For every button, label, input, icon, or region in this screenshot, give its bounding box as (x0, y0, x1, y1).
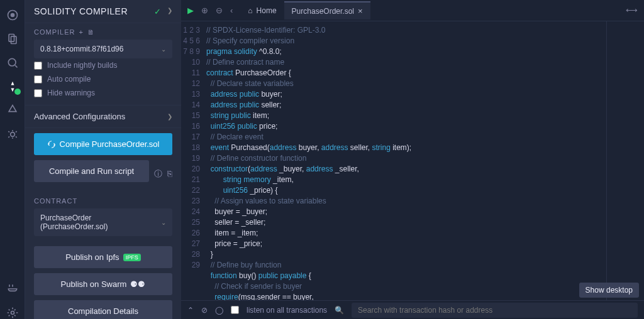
publish-ipfs-button[interactable]: Publish on Ipfs IPFS (34, 246, 172, 268)
compiler-select[interactable]: 0.8.18+commit.87f61d96⌄ (34, 40, 172, 58)
auto-compile-checkbox[interactable] (34, 75, 42, 84)
publish-swarm-button[interactable]: Publish on Swarm ⚈⚈ (34, 273, 172, 295)
search-icon[interactable]: 🔍 (335, 306, 344, 315)
tab-file[interactable]: PurchaseOrder.sol × (284, 1, 370, 19)
swarm-icon: ⚈⚈ (130, 279, 145, 289)
zoom-in-icon[interactable]: ⊕ (201, 6, 208, 15)
auto-compile-label: Auto compile (47, 75, 91, 84)
expand-icon[interactable]: ⌃ (187, 306, 194, 315)
code-area[interactable]: // SPDX-License-Identifier: GPL-3.0 // S… (206, 21, 606, 300)
listen-checkbox[interactable] (231, 306, 239, 314)
close-icon[interactable]: × (358, 6, 363, 16)
check-icon: ✓ (154, 7, 161, 16)
file-icon[interactable]: 🗎 (87, 28, 95, 36)
files-icon[interactable] (6, 33, 19, 45)
svg-point-5 (10, 132, 14, 137)
nightly-checkbox[interactable] (34, 62, 42, 70)
show-desktop-button[interactable]: Show desktop (579, 283, 639, 298)
contract-label: CONTRACT (34, 197, 172, 205)
editor-toolbar: ▶ ⊕ ⊖ ‹ ⌂ Home PurchaseOrder.sol × ⟷ (181, 0, 644, 21)
deploy-icon[interactable] (6, 104, 19, 117)
code-editor: ▶ ⊕ ⊖ ‹ ⌂ Home PurchaseOrder.sol × ⟷ 1 2… (181, 0, 644, 319)
nightly-label: Include nightly builds (47, 61, 117, 70)
icon-sidebar (0, 0, 25, 319)
zoom-out-icon[interactable]: ⊖ (216, 6, 223, 15)
debugger-icon[interactable] (6, 128, 19, 141)
logo-icon[interactable] (6, 9, 19, 21)
minimap[interactable] (606, 21, 644, 300)
back-icon[interactable]: ‹ (230, 6, 233, 15)
svg-point-6 (11, 311, 14, 315)
svg-rect-3 (11, 36, 16, 44)
advanced-configurations[interactable]: Advanced Configurations❯ (25, 105, 181, 128)
svg-point-1 (10, 13, 14, 18)
solidity-compiler-panel: SOLIDITY COMPILER ✓ ❯ COMPILER + 🗎 0.8.1… (25, 0, 181, 319)
search-input[interactable] (352, 303, 638, 318)
add-icon[interactable]: + (79, 28, 83, 36)
editor-tabs: ⌂ Home PurchaseOrder.sol × (240, 1, 370, 19)
hide-warnings-checkbox[interactable] (34, 89, 42, 97)
info-icon[interactable]: ⓘ (154, 168, 162, 180)
compiler-label: COMPILER + 🗎 (34, 28, 172, 36)
contract-select[interactable]: PurchaseOrder (PurchaseOrder.sol)⌄ (34, 208, 172, 236)
panel-title: SOLIDITY COMPILER (34, 6, 128, 16)
copy-icon[interactable]: ⎘ (167, 169, 172, 178)
fullscreen-icon[interactable]: ⟷ (626, 6, 638, 15)
search-icon[interactable] (6, 57, 19, 69)
chevron-right-icon[interactable]: ❯ (167, 7, 172, 16)
compile-button[interactable]: Compile PurchaseOrder.sol (34, 133, 172, 155)
line-gutter: 1 2 3 4 5 6 7 8 9 10 11 12 13 14 15 16 1… (181, 21, 206, 300)
compile-run-button[interactable]: Compile and Run script (34, 160, 149, 182)
settings-icon[interactable] (6, 306, 19, 319)
compilation-details-button[interactable]: Compilation Details (34, 300, 172, 319)
hide-warnings-label: Hide warnings (47, 89, 95, 97)
tab-home[interactable]: ⌂ Home (240, 3, 284, 19)
listen-label: listen on all transactions (247, 306, 327, 315)
svg-point-4 (8, 58, 16, 66)
run-icon[interactable]: ▶ (187, 6, 194, 15)
terminal-footer: ⌃ ⊘ ◯ listen on all transactions 🔍 (181, 300, 644, 319)
pending-icon[interactable]: ◯ (215, 306, 223, 315)
compiler-icon[interactable] (6, 80, 19, 93)
clear-icon[interactable]: ⊘ (201, 306, 208, 315)
plugin-icon[interactable] (6, 283, 19, 295)
